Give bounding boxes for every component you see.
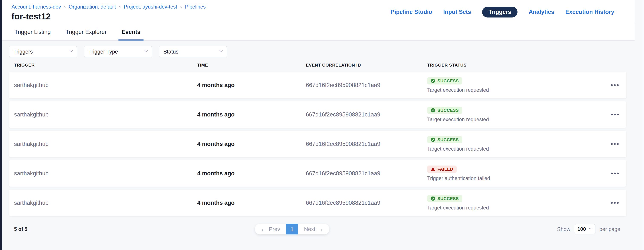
status-label: FAILED bbox=[438, 167, 453, 172]
table-footer: 5 of 5 ← Prev 1 Next → Show 100 per pa bbox=[9, 224, 626, 234]
check-circle-icon bbox=[430, 196, 435, 201]
column-header-trigger: TRIGGER bbox=[14, 63, 197, 68]
event-correlation-id: 667d16f2ec895908821c1aa9 bbox=[306, 111, 427, 118]
page-size-value: 100 bbox=[577, 226, 586, 232]
nav-link-triggers-active[interactable]: Triggers bbox=[482, 7, 518, 18]
status-message: Trigger authentication failed bbox=[427, 175, 608, 181]
status-message: Target execution requested bbox=[427, 205, 608, 211]
trigger-status-cell: SUCCESS Target execution requested bbox=[427, 136, 608, 152]
tab-trigger-explorer[interactable]: Trigger Explorer bbox=[65, 24, 107, 40]
status-badge: SUCCESS bbox=[427, 77, 462, 84]
event-time: 4 months ago bbox=[197, 170, 306, 177]
results-count: 5 of 5 bbox=[14, 226, 28, 232]
status-message: Target execution requested bbox=[427, 116, 608, 122]
status-label: SUCCESS bbox=[438, 108, 459, 113]
events-content: Triggers Trigger Type Status TRIGGER TIM… bbox=[9, 46, 626, 234]
scrollbar-track[interactable] bbox=[643, 0, 643, 250]
event-correlation-id: 667d16f2ec895908821c1aa9 bbox=[306, 82, 427, 88]
table-row[interactable]: sarthakgithub 4 months ago 667d16f2ec895… bbox=[9, 131, 626, 157]
page-size-control: Show 100 per page bbox=[557, 224, 620, 234]
trigger-name: sarthakgithub bbox=[14, 170, 197, 177]
event-correlation-id: 667d16f2ec895908821c1aa9 bbox=[306, 170, 427, 177]
event-time: 4 months ago bbox=[197, 200, 306, 206]
warning-triangle-icon bbox=[430, 167, 435, 172]
column-header-time: TIME bbox=[197, 63, 306, 68]
prev-label: Prev bbox=[269, 226, 280, 232]
row-menu-button[interactable] bbox=[609, 169, 621, 178]
trigger-name: sarthakgithub bbox=[14, 82, 197, 88]
chevron-down-icon bbox=[68, 48, 74, 55]
table-row[interactable]: sarthakgithub 4 months ago 667d16f2ec895… bbox=[9, 101, 626, 128]
row-menu-button[interactable] bbox=[609, 139, 621, 149]
page-size-select[interactable]: 100 bbox=[574, 224, 596, 234]
triggers-filter-label: Triggers bbox=[14, 49, 33, 55]
column-header-trigger-status: TRIGGER STATUS bbox=[427, 63, 608, 68]
breadcrumb-separator-icon: › bbox=[119, 4, 121, 10]
arrow-right-icon: → bbox=[318, 226, 324, 232]
trigger-name: sarthakgithub bbox=[14, 111, 197, 118]
breadcrumb-separator-icon: › bbox=[180, 4, 182, 10]
pipeline-top-nav: Pipeline Studio Input Sets Triggers Anal… bbox=[390, 0, 614, 24]
next-label: Next bbox=[304, 226, 316, 232]
row-menu-button[interactable] bbox=[609, 80, 621, 90]
nav-link-execution-history[interactable]: Execution History bbox=[565, 9, 614, 15]
arrow-left-icon: ← bbox=[261, 226, 266, 232]
chevron-down-icon bbox=[588, 226, 592, 232]
status-badge: SUCCESS bbox=[427, 195, 462, 202]
breadcrumb-account[interactable]: Account: harness-dev bbox=[12, 4, 61, 10]
status-badge: SUCCESS bbox=[427, 107, 462, 114]
show-label: Show bbox=[557, 226, 570, 232]
check-circle-icon bbox=[430, 137, 435, 142]
status-message: Target execution requested bbox=[427, 87, 608, 93]
current-page-button[interactable]: 1 bbox=[286, 224, 298, 234]
status-filter-label: Status bbox=[163, 49, 178, 55]
table-row[interactable]: sarthakgithub 4 months ago 667d16f2ec895… bbox=[9, 72, 626, 98]
filters-row: Triggers Trigger Type Status bbox=[9, 46, 626, 57]
page-header: Account: harness-dev › Organization: def… bbox=[2, 0, 635, 24]
collapsed-sidebar-rail[interactable] bbox=[0, 0, 2, 250]
trigger-type-filter-label: Trigger Type bbox=[88, 49, 118, 55]
trigger-type-filter-dropdown[interactable]: Trigger Type bbox=[84, 46, 152, 57]
next-page-button[interactable]: Next → bbox=[298, 224, 330, 234]
nav-link-pipeline-studio[interactable]: Pipeline Studio bbox=[390, 9, 432, 15]
table-row[interactable]: sarthakgithub 4 months ago 667d16f2ec895… bbox=[9, 190, 626, 216]
status-label: SUCCESS bbox=[438, 78, 459, 83]
event-correlation-id: 667d16f2ec895908821c1aa9 bbox=[306, 200, 427, 206]
per-page-label: per page bbox=[599, 226, 620, 232]
breadcrumb-pipelines[interactable]: Pipelines bbox=[185, 4, 206, 10]
tab-events[interactable]: Events bbox=[121, 24, 141, 40]
column-header-correlation-id: EVENT CORRELATION ID bbox=[306, 63, 427, 68]
breadcrumb-project[interactable]: Project: ayushi-dev-test bbox=[124, 4, 177, 10]
page: Account: harness-dev › Organization: def… bbox=[2, 0, 635, 234]
breadcrumb-separator-icon: › bbox=[64, 4, 66, 10]
row-menu-button[interactable] bbox=[609, 198, 621, 208]
chevron-down-icon bbox=[144, 48, 149, 55]
tab-trigger-listing[interactable]: Trigger Listing bbox=[14, 24, 51, 40]
table-row[interactable]: sarthakgithub 4 months ago 667d16f2ec895… bbox=[9, 160, 626, 187]
status-message: Target execution requested bbox=[427, 146, 608, 152]
status-badge: SUCCESS bbox=[427, 136, 462, 143]
check-circle-icon bbox=[430, 78, 435, 83]
trigger-status-cell: SUCCESS Target execution requested bbox=[427, 77, 608, 93]
event-correlation-id: 667d16f2ec895908821c1aa9 bbox=[306, 141, 427, 147]
status-label: SUCCESS bbox=[438, 196, 459, 201]
event-time: 4 months ago bbox=[197, 111, 306, 118]
breadcrumb-organization[interactable]: Organization: default bbox=[69, 4, 116, 10]
table-header-row: TRIGGER TIME EVENT CORRELATION ID TRIGGE… bbox=[9, 63, 626, 68]
trigger-name: sarthakgithub bbox=[14, 200, 197, 206]
check-circle-icon bbox=[430, 108, 435, 113]
event-time: 4 months ago bbox=[197, 82, 306, 88]
trigger-status-cell: FAILED Trigger authentication failed bbox=[427, 166, 608, 181]
row-menu-button[interactable] bbox=[609, 110, 621, 119]
trigger-status-cell: SUCCESS Target execution requested bbox=[427, 107, 608, 122]
status-filter-dropdown[interactable]: Status bbox=[159, 46, 227, 57]
nav-link-input-sets[interactable]: Input Sets bbox=[443, 9, 471, 15]
trigger-name: sarthakgithub bbox=[14, 141, 197, 147]
trigger-status-cell: SUCCESS Target execution requested bbox=[427, 195, 608, 211]
events-table-body: sarthakgithub 4 months ago 667d16f2ec895… bbox=[9, 72, 626, 216]
nav-link-analytics[interactable]: Analytics bbox=[528, 9, 554, 15]
prev-page-button[interactable]: ← Prev bbox=[255, 224, 286, 234]
triggers-filter-dropdown[interactable]: Triggers bbox=[9, 46, 77, 57]
tab-bar: Trigger Listing Trigger Explorer Events bbox=[2, 24, 635, 41]
status-badge: FAILED bbox=[427, 166, 456, 173]
